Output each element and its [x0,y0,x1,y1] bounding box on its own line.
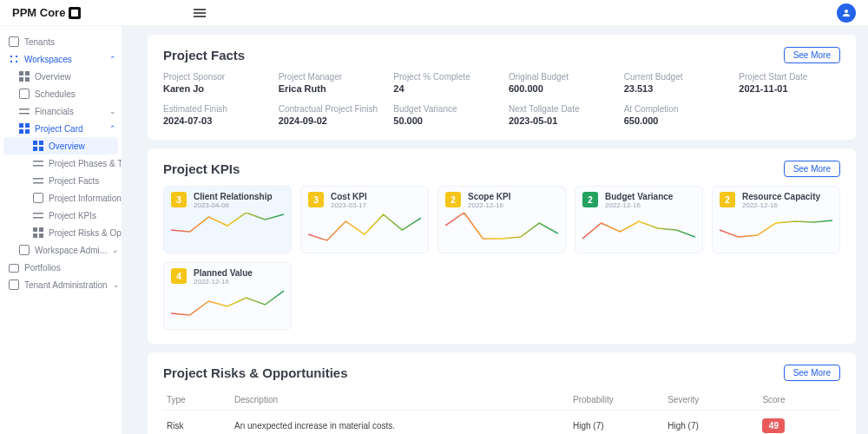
sidebar-item-pc-facts[interactable]: Project Facts [0,172,122,189]
fact-item: Estimated Finish2024-07-03 [163,104,265,126]
sidebar-item-tenants[interactable]: Tenants [0,33,122,50]
sidebar-item-tenant-admin[interactable]: Tenant Administration⌄ [0,276,122,293]
kpi-sparkline [171,289,284,324]
fact-label: Project Manager [279,72,380,82]
risk-desc: An unexpected increase in material costs… [231,411,569,435]
tenants-icon [9,36,19,47]
project-card-icon [19,123,30,134]
sidebar-label: Workspaces [24,55,72,64]
kpi-date: 2023-03-17 [331,201,367,209]
project-kpis-card: Project KPIs See More 3Client Relationsh… [148,148,856,344]
kpi-card[interactable]: 3Cost KPI2023-03-17 [300,186,429,253]
kpi-card[interactable]: 3Client Relationship2023-04-06 [163,186,292,253]
fact-label: Contractual Project Finish [279,104,380,114]
fact-value: Karen Jo [163,83,265,94]
fact-label: Budget Variance [393,104,495,114]
fact-item: Project ManagerErica Ruth [279,72,380,94]
sidebar-item-workspaces[interactable]: Workspaces⌃ [0,50,122,68]
sidebar-label: Portfolios [24,263,61,273]
kpi-name: Resource Capacity [742,192,820,201]
main-content: Project Facts See More Project SponsorKa… [122,26,868,434]
col-prob: Probability [569,390,664,411]
user-avatar[interactable] [837,3,856,23]
menu-toggle-icon[interactable] [194,7,206,19]
sidebar-item-financials[interactable]: Financials⌄ [0,102,122,120]
fact-item: Current Budget23.513 [624,72,726,94]
sidebar-item-ws-admin[interactable]: Workspace Admi...⌄ [0,241,122,259]
kpi-score-badge: 3 [171,192,187,207]
sidebar-label: Tenant Administration [24,280,108,290]
sidebar-item-pc-risks[interactable]: Project Risks & Opport... [0,224,122,241]
sidebar-label: Project Facts [49,176,99,186]
kpi-name: Cost KPI [331,192,367,201]
sidebar-item-schedules[interactable]: Schedules [0,85,122,102]
kpi-date: 2022-12-16 [194,278,253,286]
sidebar-item-project-card[interactable]: Project Card⌃ [0,120,122,137]
sidebar: Tenants Workspaces⌃ Overview Schedules F… [0,26,122,434]
risks-icon [33,227,43,238]
fact-label: Project % Complete [393,72,495,82]
overview-icon [33,141,43,151]
fact-value: 2024-07-03 [163,115,265,126]
fact-value: 2021-11-01 [739,83,840,94]
topbar: PPM Core [0,0,868,26]
portfolios-icon [9,264,19,273]
sidebar-label: Workspace Admi... [35,246,107,255]
admin-icon [19,245,30,255]
kpis-see-more-button[interactable]: See More [784,161,840,177]
fact-value: 23.513 [624,83,726,94]
kpi-score-badge: 2 [720,192,735,207]
fact-value: 24 [393,83,495,94]
risk-prob: High (7) [569,411,664,435]
kpi-card[interactable]: 2Budget Variance2022-12-16 [575,186,703,253]
kpi-card[interactable]: 4Planned Value2022-12-16 [163,262,292,330]
phases-icon [33,158,43,168]
fact-label: Project Sponsor [163,72,265,82]
kpi-score-badge: 3 [308,192,324,207]
kpi-sparkline [582,213,695,247]
sidebar-item-overview[interactable]: Overview [0,68,122,85]
fact-item: Contractual Project Finish2024-09-02 [279,104,380,126]
sidebar-item-portfolios[interactable]: Portfolios [0,259,122,276]
sidebar-item-pc-phases[interactable]: Project Phases & Tollg... [0,155,122,172]
fact-label: Original Budget [509,72,610,82]
kpi-card[interactable]: 2Scope KPI2022-12-16 [437,186,566,253]
workspaces-icon [9,54,19,64]
kpi-date: 2023-04-06 [194,201,273,209]
overview-icon [19,71,30,82]
fact-item: Project % Complete24 [393,72,495,94]
sidebar-item-pc-kpis[interactable]: Project KPIs [0,207,122,224]
sidebar-label: Overview [49,141,85,151]
brand-logo[interactable]: PPM Core [12,6,81,19]
kpi-sparkline [308,213,421,247]
fact-value: 650.000 [624,115,726,126]
sidebar-label: Overview [35,72,71,82]
sidebar-label: Financials [35,107,74,116]
sidebar-label: Project KPIs [49,211,96,220]
kpi-score-badge: 2 [582,192,598,207]
fact-value: 50.000 [393,115,495,126]
sidebar-item-pc-info[interactable]: Project Information [0,189,122,207]
col-type: Type [163,390,231,411]
col-score: Score [759,390,840,411]
info-icon [33,193,43,203]
risks-see-more-button[interactable]: See More [784,365,840,381]
fact-value: Erica Ruth [279,83,380,94]
fact-label: Project Start Date [739,72,840,82]
kpi-date: 2022-12-16 [468,201,510,209]
facts-icon [33,175,43,186]
sidebar-item-pc-overview[interactable]: Overview [3,137,118,155]
schedules-icon [19,89,30,99]
fact-label: Current Budget [624,72,726,82]
table-row[interactable]: RiskAn unexpected increase in material c… [163,411,840,435]
facts-see-more-button[interactable]: See More [784,47,840,63]
fact-item: Budget Variance50.000 [393,104,495,126]
project-risks-card: Project Risks & Opportunities See More T… [148,352,856,434]
sidebar-label: Project Information [49,194,122,203]
kpi-sparkline [171,213,284,247]
sidebar-label: Project Risks & Opport... [49,228,122,238]
kpi-date: 2022-12-16 [742,201,820,209]
kpi-card[interactable]: 2Resource Capacity2022-12-16 [712,186,840,253]
fact-item: Next Tollgate Date2023-05-01 [509,104,610,126]
fact-item: Project SponsorKaren Jo [163,72,265,94]
